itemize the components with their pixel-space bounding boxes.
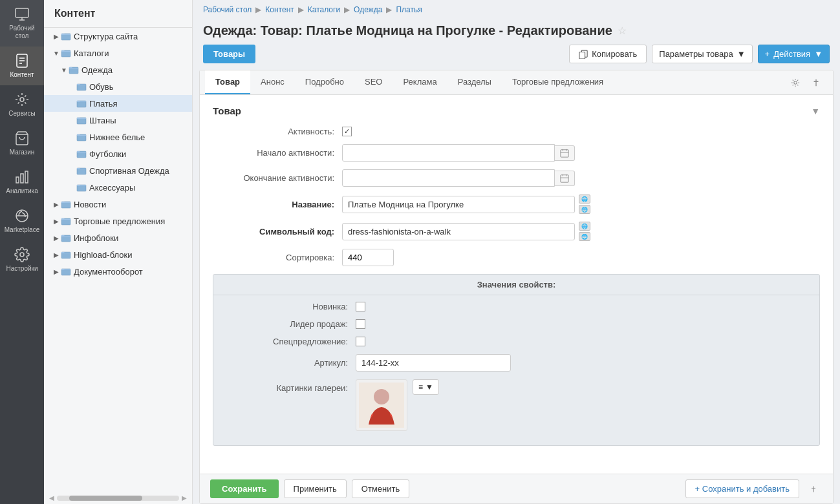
- cancel-button[interactable]: Отменить: [352, 479, 409, 498]
- props-section: Значения свойств: Новинка: Лидер продаж:: [213, 274, 820, 446]
- nav-scrollbar[interactable]: ◀ ▶: [44, 492, 192, 504]
- name-input[interactable]: [342, 196, 575, 213]
- breadcrumb-desktop[interactable]: Рабочий стол: [203, 5, 252, 14]
- name-control: 🌐 🌐: [342, 194, 614, 214]
- svg-rect-9: [16, 177, 19, 183]
- sidebar-item-services[interactable]: Сервисы: [0, 85, 44, 124]
- tree-item-clothes[interactable]: ▼ Одежда: [44, 61, 192, 78]
- tree-item-dresses[interactable]: ▶ Платья: [44, 95, 192, 112]
- tree-item-news[interactable]: ▶ Новости: [44, 196, 192, 213]
- tab-ads[interactable]: Реклама: [393, 70, 447, 94]
- sidebar-item-marketplace[interactable]: Marketplace: [0, 202, 44, 240]
- tree-item-tshirts[interactable]: ▶ Футболки: [44, 145, 192, 162]
- actions-button[interactable]: + Действия ▼: [758, 45, 830, 63]
- sort-input[interactable]: [342, 249, 394, 266]
- name-lang-btn-1[interactable]: 🌐: [579, 194, 590, 204]
- tree-item-highload[interactable]: ▶ Highload-блоки: [44, 246, 192, 263]
- tree-item-underwear[interactable]: ▶ Нижнее белье: [44, 129, 192, 145]
- bestseller-control: [356, 319, 614, 329]
- tree-item-sport[interactable]: ▶ Спортивная Одежда: [44, 162, 192, 179]
- tree-label-news: Новости: [74, 200, 106, 209]
- code-control: 🌐 🌐: [342, 222, 614, 241]
- section-collapse-icon[interactable]: ▼: [811, 106, 820, 116]
- save-button[interactable]: Сохранить: [210, 479, 279, 498]
- star-icon[interactable]: ☆: [618, 25, 627, 37]
- tree-item-site-structure[interactable]: ▶ Структура сайта: [44, 28, 192, 45]
- special-label: Спецпредложение:: [226, 337, 356, 346]
- copy-label: Копировать: [592, 49, 637, 59]
- scroll-left-btn[interactable]: ◀: [49, 494, 54, 501]
- article-label: Артикул:: [226, 358, 356, 368]
- breadcrumb-content[interactable]: Контент: [265, 5, 294, 14]
- bestseller-checkbox[interactable]: [356, 319, 365, 329]
- form-row-special: Спецпредложение:: [226, 337, 806, 346]
- tabs-bar: Товар Анонс Подробно SEO Реклама Разделы…: [200, 70, 833, 95]
- apply-button[interactable]: Применить: [284, 479, 347, 498]
- tree-item-accessories[interactable]: ▶ Аксессуары: [44, 179, 192, 196]
- tab-pin-icon-btn[interactable]: [807, 74, 825, 92]
- breadcrumb-sep-4: ▶: [386, 5, 392, 14]
- pants-folder-icon: [76, 115, 87, 125]
- params-button[interactable]: Параметры товара ▼: [652, 45, 752, 63]
- sidebar-item-content[interactable]: Контент: [0, 47, 44, 85]
- bottom-pin-icon[interactable]: [804, 480, 823, 498]
- breadcrumb-clothes[interactable]: Одежда: [354, 5, 382, 14]
- activity-control: [342, 127, 601, 136]
- tree-item-infoblocks[interactable]: ▶ Инфоблоки: [44, 229, 192, 246]
- code-lang-btn-1[interactable]: 🌐: [579, 222, 590, 231]
- tree-arrow-catalogs: ▼: [52, 48, 61, 58]
- tree-item-catalogs[interactable]: ▼ Каталоги: [44, 45, 192, 61]
- catalog-folder-icon: [61, 48, 71, 58]
- tab-offers[interactable]: Торговые предложения: [502, 70, 614, 94]
- copy-button[interactable]: Копировать: [569, 45, 647, 63]
- new-checkbox[interactable]: [356, 302, 365, 311]
- tree-arrow-clothes: ▼: [59, 65, 69, 74]
- end-activity-date-btn[interactable]: [555, 171, 575, 186]
- tab-settings-icon-btn[interactable]: [786, 74, 804, 92]
- breadcrumb-dresses[interactable]: Платья: [396, 5, 422, 14]
- pin-icon-bottom: [810, 485, 817, 493]
- gallery-menu-btn[interactable]: ≡ ▼: [413, 379, 439, 395]
- tab-anons[interactable]: Анонс: [250, 70, 295, 94]
- breadcrumb-catalogs[interactable]: Каталоги: [308, 5, 340, 14]
- tree-item-offers[interactable]: ▶ Торговые предложения: [44, 213, 192, 229]
- calendar-icon: [560, 149, 569, 158]
- save-add-label: + Сохранить и добавить: [695, 484, 790, 494]
- special-checkbox[interactable]: [356, 337, 365, 346]
- sidebar-item-analytics[interactable]: Аналитика: [0, 163, 44, 202]
- shoes-folder-icon: [76, 81, 87, 92]
- scroll-right-btn[interactable]: ▶: [182, 494, 187, 501]
- tree-label-pants: Штаны: [89, 116, 116, 125]
- tab-seo[interactable]: SEO: [354, 70, 393, 94]
- tree-item-shoes[interactable]: ▶ Обувь: [44, 78, 192, 95]
- sidebar-label-settings: Настройки: [6, 265, 38, 273]
- sidebar-item-shop[interactable]: Магазин: [0, 124, 44, 163]
- params-label: Параметры товара: [659, 49, 733, 59]
- dresses-folder-icon: [76, 98, 87, 109]
- goods-button[interactable]: Товары: [203, 45, 255, 63]
- highload-folder-icon: [61, 249, 71, 260]
- tab-details[interactable]: Подробно: [295, 70, 354, 94]
- code-lang-btn-2[interactable]: 🌐: [579, 232, 590, 241]
- save-add-button[interactable]: + Сохранить и добавить: [685, 479, 799, 498]
- toolbar: Товары Копировать Параметры товара ▼ + Д…: [193, 45, 840, 70]
- tab-sections[interactable]: Разделы: [447, 70, 502, 94]
- gallery-menu-icon: ≡: [418, 383, 423, 392]
- end-activity-input[interactable]: [342, 169, 555, 187]
- article-input[interactable]: [356, 354, 511, 372]
- sidebar-item-settings[interactable]: Настройки: [0, 240, 44, 279]
- clothes-folder-icon: [69, 65, 79, 75]
- tree-label-shoes: Обувь: [89, 82, 113, 92]
- sidebar-item-desktop[interactable]: Рабочий стол: [0, 0, 44, 47]
- activity-checkbox[interactable]: [342, 127, 352, 136]
- tree-item-docs[interactable]: ▶ Документооборот: [44, 263, 192, 280]
- start-activity-date-btn[interactable]: [555, 145, 575, 161]
- code-input[interactable]: [342, 223, 575, 240]
- start-activity-input[interactable]: [342, 144, 555, 162]
- name-lang-btn-2[interactable]: 🌐: [579, 205, 590, 214]
- tree-label-sport: Спортивная Одежда: [89, 166, 169, 176]
- tab-product[interactable]: Товар: [205, 70, 250, 94]
- breadcrumb-sep-3: ▶: [344, 5, 350, 14]
- form-row-sort: Сортировка:: [213, 249, 820, 266]
- tree-item-pants[interactable]: ▶ Штаны: [44, 112, 192, 129]
